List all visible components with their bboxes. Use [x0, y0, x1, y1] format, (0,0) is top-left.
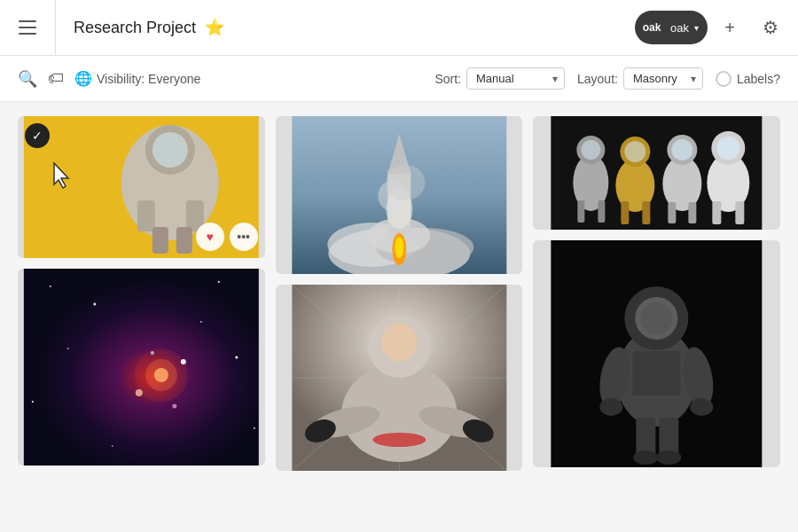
- toolbar-right: Sort: Manual Date Added Alphabetical Lay…: [434, 67, 780, 90]
- svg-rect-63: [622, 201, 630, 224]
- card-actions: ♥ •••: [196, 223, 258, 251]
- search-icon[interactable]: 🔍: [18, 69, 37, 89]
- image-card-rocket[interactable]: [276, 116, 523, 274]
- svg-point-23: [151, 351, 154, 355]
- toolbar: 🔍 🏷 🌐 Visibility: Everyone Sort: Manual …: [0, 56, 798, 102]
- svg-rect-74: [736, 201, 745, 224]
- masonry-col-2: [533, 116, 780, 518]
- tag-icon[interactable]: 🏷: [48, 69, 64, 88]
- user-avatar-button[interactable]: oak oak ▾: [635, 11, 708, 44]
- sort-area: Sort: Manual Date Added Alphabetical: [434, 67, 565, 90]
- svg-point-20: [135, 348, 188, 402]
- avatar: oak: [638, 14, 665, 41]
- svg-point-36: [386, 165, 425, 200]
- svg-point-12: [200, 321, 202, 323]
- toolbar-left: 🔍 🏷 🌐 Visibility: Everyone: [18, 69, 424, 89]
- svg-point-21: [136, 389, 143, 396]
- svg-point-67: [672, 139, 693, 160]
- layout-dropdown[interactable]: Masonry Grid List: [623, 67, 703, 90]
- svg-point-33: [395, 237, 403, 258]
- svg-rect-64: [643, 201, 651, 224]
- image-card-astronaut-yellow[interactable]: ✓ ♥ •••: [18, 116, 265, 258]
- image-card-solo-suit[interactable]: [533, 240, 780, 467]
- menu-button[interactable]: [0, 0, 56, 56]
- header-title-area: Research Project ⭐: [56, 18, 635, 37]
- labels-label: Labels?: [737, 72, 780, 86]
- svg-point-79: [641, 302, 673, 334]
- svg-rect-80: [633, 351, 681, 395]
- image-card-nebula[interactable]: [18, 269, 265, 466]
- project-title: Research Project: [74, 19, 196, 37]
- image-card-space-suits[interactable]: [533, 116, 780, 230]
- svg-rect-73: [713, 201, 722, 224]
- svg-point-13: [67, 348, 69, 349]
- svg-point-83: [634, 450, 659, 465]
- hamburger-icon: [19, 20, 36, 35]
- heart-button[interactable]: ♥: [196, 223, 224, 251]
- sort-label: Sort:: [434, 72, 461, 86]
- layout-label: Layout:: [577, 72, 618, 86]
- svg-point-84: [657, 450, 682, 465]
- globe-icon: 🌐: [74, 70, 92, 87]
- svg-rect-69: [689, 202, 697, 223]
- header: Research Project ⭐ oak oak ▾ + ⚙: [0, 0, 798, 56]
- image-card-woman-spacesuit[interactable]: [276, 285, 523, 471]
- svg-point-10: [93, 303, 96, 306]
- add-button[interactable]: +: [711, 9, 748, 46]
- svg-point-9: [50, 286, 51, 287]
- visibility-control[interactable]: 🌐 Visibility: Everyone: [74, 70, 200, 87]
- sort-dropdown-wrapper: Manual Date Added Alphabetical: [466, 67, 565, 90]
- svg-point-88: [691, 398, 714, 416]
- svg-point-48: [381, 323, 417, 362]
- svg-point-53: [372, 433, 426, 447]
- svg-point-24: [172, 404, 176, 409]
- labels-toggle[interactable]: [716, 71, 732, 87]
- svg-point-11: [218, 281, 220, 283]
- avatar-label: oak: [670, 21, 689, 35]
- sort-dropdown[interactable]: Manual Date Added Alphabetical: [466, 67, 565, 90]
- layout-dropdown-wrapper: Masonry Grid List: [623, 67, 703, 90]
- svg-rect-6: [153, 227, 168, 254]
- svg-point-17: [112, 445, 113, 447]
- settings-button[interactable]: ⚙: [752, 9, 789, 46]
- masonry-col-1: [276, 116, 523, 518]
- svg-point-22: [181, 359, 186, 364]
- svg-point-72: [717, 137, 740, 160]
- svg-point-16: [254, 427, 255, 429]
- svg-rect-58: [578, 200, 585, 223]
- svg-point-15: [32, 401, 34, 403]
- star-icon[interactable]: ⭐: [205, 18, 224, 37]
- svg-rect-59: [598, 200, 606, 223]
- header-actions: oak oak ▾ + ⚙: [635, 9, 798, 46]
- svg-rect-7: [176, 227, 192, 254]
- more-button[interactable]: •••: [230, 223, 258, 251]
- svg-point-62: [625, 141, 646, 162]
- layout-area: Layout: Masonry Grid List: [577, 67, 703, 90]
- masonry-grid: ✓ ♥ •••: [0, 102, 798, 532]
- svg-rect-68: [669, 202, 677, 223]
- svg-point-87: [600, 398, 623, 416]
- masonry-col-0: ✓ ♥ •••: [18, 116, 265, 518]
- visibility-label: Visibility: Everyone: [97, 72, 200, 86]
- svg-rect-4: [137, 200, 155, 231]
- card-selected-check[interactable]: ✓: [25, 123, 50, 148]
- chevron-down-icon: ▾: [694, 23, 699, 33]
- svg-point-3: [153, 132, 188, 168]
- svg-point-14: [235, 356, 238, 359]
- labels-toggle-area[interactable]: Labels?: [716, 71, 780, 87]
- svg-point-57: [582, 140, 601, 160]
